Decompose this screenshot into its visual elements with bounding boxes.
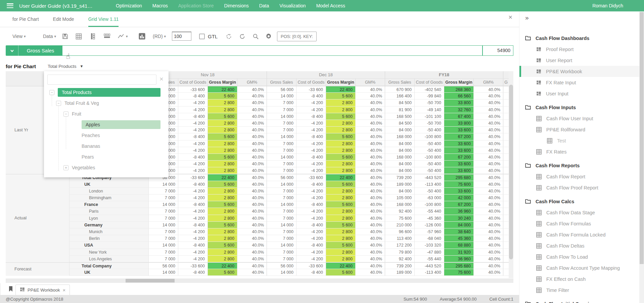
column-header-cost-of-goods[interactable]: Cost of Goods xyxy=(296,79,326,86)
data-cell[interactable]: 40.0% xyxy=(474,222,503,228)
data-cell[interactable]: 33 800 xyxy=(444,120,474,127)
data-cell[interactable]: 5 600 xyxy=(208,113,237,120)
data-cell[interactable]: 5 600 xyxy=(326,93,356,99)
data-cell[interactable]: -8 400 xyxy=(296,269,326,276)
data-cell[interactable]: -4 200 xyxy=(178,215,208,222)
data-cell[interactable]: 2 800 xyxy=(208,140,237,147)
row-label[interactable]: USA xyxy=(70,242,149,249)
row-label[interactable]: New York xyxy=(70,249,149,256)
data-cell[interactable]: 40.0% xyxy=(237,181,267,188)
data-cell[interactable]: 2 800 xyxy=(208,120,237,127)
data-cell[interactable]: 2 800 xyxy=(326,228,356,235)
data-cell[interactable]: -8 400 xyxy=(296,113,326,120)
data-cell[interactable]: 40.0% xyxy=(474,215,503,222)
data-cell[interactable]: -4 200 xyxy=(296,215,326,222)
data-dropdown[interactable]: Data▾ xyxy=(43,27,56,45)
column-header-gross-margin[interactable]: Gross Margin xyxy=(444,79,474,86)
data-cell[interactable]: 172 200 xyxy=(385,242,415,249)
data-cell[interactable]: 40.0% xyxy=(474,140,503,147)
data-cell[interactable]: 40.0% xyxy=(237,201,267,208)
data-cell[interactable]: -4 200 xyxy=(296,194,326,201)
sidebar-collapse-icon[interactable]: » xyxy=(525,14,529,21)
data-cell[interactable]: 40.0% xyxy=(237,188,267,194)
data-cell[interactable]: 7 000 xyxy=(267,228,296,235)
data-cell[interactable]: 5 600 xyxy=(208,133,237,140)
row-label[interactable]: Total Company xyxy=(70,262,149,269)
data-cell[interactable]: -4 200 xyxy=(296,249,326,256)
data-cell[interactable]: 2 800 xyxy=(208,99,237,106)
data-cell[interactable]: -4 200 xyxy=(178,120,208,127)
data-cell[interactable]: 92 400 xyxy=(385,208,415,215)
save-icon[interactable] xyxy=(62,27,68,45)
data-cell[interactable]: 40.0% xyxy=(237,99,267,106)
row-label[interactable]: Lyon xyxy=(70,215,149,222)
data-cell[interactable]: 40.0% xyxy=(237,147,267,154)
data-cell[interactable]: 40.0% xyxy=(237,106,267,113)
data-cell[interactable]: 2 800 xyxy=(326,167,356,174)
data-cell[interactable]: -103 320 xyxy=(415,242,444,249)
refresh-partial-icon[interactable] xyxy=(226,27,232,45)
data-cell[interactable]: 40.0% xyxy=(237,262,267,269)
data-cell[interactable]: 40.0% xyxy=(474,201,503,208)
data-cell[interactable]: 96 600 xyxy=(385,228,415,235)
data-cell[interactable]: 84 500 xyxy=(385,99,415,106)
sidebar-item-cash-flow-report[interactable]: Cash Flow Report xyxy=(519,171,644,182)
column-header-gm%[interactable]: GM% xyxy=(474,79,503,86)
user-name[interactable]: Roman Didych xyxy=(592,3,623,8)
column-header-gm%[interactable]: GM% xyxy=(356,79,385,86)
data-cell[interactable]: 40.0% xyxy=(237,215,267,222)
menu-item-optimization[interactable]: Optimization xyxy=(116,3,142,8)
data-cell[interactable]: 40.0% xyxy=(356,256,385,262)
data-cell[interactable]: 7 000 xyxy=(267,140,296,147)
data-cell[interactable]: 5 600 xyxy=(326,269,356,276)
row-label[interactable]: London xyxy=(70,188,149,194)
data-cell[interactable]: -4 200 xyxy=(296,140,326,147)
column-header-gross-margin[interactable]: Gross Margin xyxy=(208,79,237,86)
data-cell[interactable]: 210 000 xyxy=(385,222,415,228)
data-cell[interactable]: -8 400 xyxy=(296,242,326,249)
tab-edit-mode[interactable]: Edit Mode xyxy=(53,11,74,27)
data-cell[interactable]: 40.0% xyxy=(356,235,385,242)
data-cell[interactable]: 2 800 xyxy=(326,194,356,201)
data-cell[interactable]: 7 000 xyxy=(267,235,296,242)
data-cell[interactable]: 40.0% xyxy=(474,161,503,167)
hamburger-menu-icon[interactable] xyxy=(7,3,13,8)
data-cell[interactable]: 14 000 xyxy=(267,269,296,276)
data-cell[interactable]: 40.0% xyxy=(474,147,503,154)
sidebar-item-cash-flow-initial-opening[interactable]: Cash Flow Initial Opening xyxy=(519,298,644,303)
data-cell[interactable]: 79 800 xyxy=(385,249,415,256)
data-cell[interactable]: 40.0% xyxy=(356,208,385,215)
data-cell[interactable]: 2 800 xyxy=(326,256,356,262)
data-cell[interactable]: -49 140 xyxy=(415,106,444,113)
data-cell[interactable]: 40.0% xyxy=(356,194,385,201)
data-cell[interactable]: 40.0% xyxy=(474,154,503,161)
sidebar-item-fx-rate-input[interactable]: FX Rate Input xyxy=(519,77,644,88)
row-label[interactable]: UK xyxy=(70,181,149,188)
tree-item-apples[interactable]: Apples xyxy=(82,120,160,129)
data-cell[interactable]: 2 800 xyxy=(326,188,356,194)
data-cell[interactable]: 168 500 xyxy=(385,113,415,120)
data-cell[interactable]: 7 000 xyxy=(267,167,296,174)
collapse-icon[interactable]: − xyxy=(63,112,68,117)
grid-vertical-scrollbar-thumb[interactable] xyxy=(509,85,513,259)
data-cell[interactable]: 7 000 xyxy=(267,161,296,167)
data-cell[interactable]: 5 600 xyxy=(326,154,356,161)
data-cell[interactable]: -4 200 xyxy=(178,235,208,242)
data-cell[interactable]: 33 600 xyxy=(444,147,474,154)
sidebar-item-cash-flow-dashboards[interactable]: Cash Flow Dashboards xyxy=(519,33,644,44)
menu-item-dimensions[interactable]: Dimensions xyxy=(224,3,249,8)
tree-item-pears[interactable]: Pears xyxy=(82,153,94,161)
data-cell[interactable]: 33 600 xyxy=(444,140,474,147)
sidebar-item-fx-rates[interactable]: FX Rates xyxy=(519,146,644,157)
data-cell[interactable]: 5 600 xyxy=(326,113,356,120)
data-cell[interactable]: 22 400 xyxy=(208,262,237,269)
data-cell[interactable]: 66 560 xyxy=(444,93,474,99)
data-cell[interactable]: 84 000 xyxy=(385,127,415,133)
data-cell[interactable]: 40.0% xyxy=(237,113,267,120)
data-cell[interactable]: 40.0% xyxy=(474,99,503,106)
row-label[interactable]: France xyxy=(70,201,149,208)
data-cell[interactable]: -8 400 xyxy=(178,201,208,208)
data-cell[interactable]: 40.0% xyxy=(474,242,503,249)
data-cell[interactable]: 40.0% xyxy=(474,262,503,269)
data-cell[interactable]: -8 400 xyxy=(296,222,326,228)
